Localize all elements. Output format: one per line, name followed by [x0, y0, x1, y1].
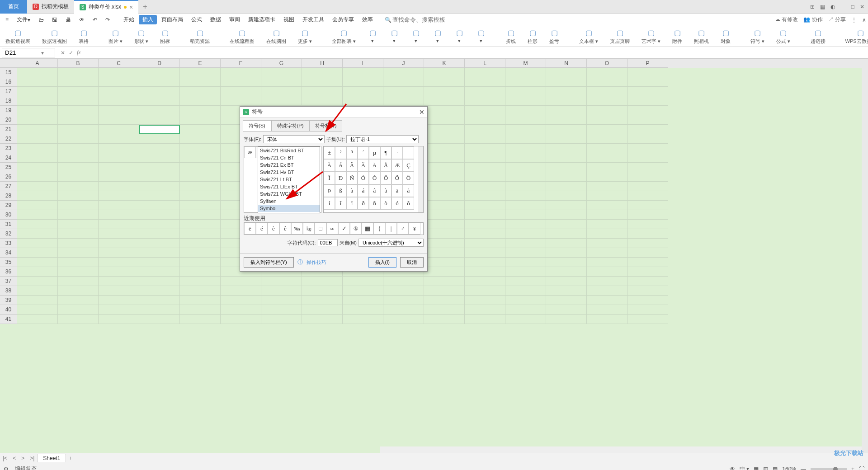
- row-header[interactable]: 17: [0, 87, 17, 96]
- cell[interactable]: [99, 191, 139, 201]
- view-page-icon[interactable]: ▥: [763, 466, 768, 470]
- symbol-cell[interactable]: ´: [358, 146, 369, 159]
- cell[interactable]: [587, 125, 627, 134]
- cell[interactable]: [627, 239, 668, 248]
- symbol-cell[interactable]: ß: [335, 184, 346, 197]
- symbol-cell[interactable]: Ð: [335, 172, 346, 184]
- fx-icon[interactable]: fx: [77, 49, 81, 56]
- symbol-cell[interactable]: ò: [380, 197, 392, 210]
- cell[interactable]: [587, 220, 627, 229]
- toolbar-flowchart-icon[interactable]: ▢在线流程图: [227, 27, 257, 45]
- cell[interactable]: [505, 115, 546, 125]
- font-list-item[interactable]: Swis721 LtEx BT: [258, 183, 320, 190]
- symbol-cell[interactable]: ä: [392, 184, 403, 197]
- cell[interactable]: [99, 153, 139, 163]
- cell[interactable]: [58, 210, 99, 220]
- cell[interactable]: [17, 191, 58, 201]
- menu-formula[interactable]: 公式: [188, 15, 206, 24]
- cell[interactable]: [627, 210, 668, 220]
- cell[interactable]: [505, 144, 546, 153]
- cell[interactable]: [221, 286, 261, 296]
- cell[interactable]: [343, 68, 383, 77]
- cell[interactable]: [465, 286, 505, 296]
- toolbar-more-icon[interactable]: ▢更多 ▾: [295, 27, 315, 45]
- cell[interactable]: [99, 77, 139, 87]
- cell[interactable]: [99, 172, 139, 182]
- row-header[interactable]: 39: [0, 296, 17, 305]
- cell[interactable]: [180, 239, 221, 248]
- file-menu[interactable]: 文件 ▾: [13, 15, 34, 24]
- cell[interactable]: [505, 210, 546, 220]
- cell[interactable]: [302, 77, 343, 87]
- recent-symbol-cell[interactable]: ✓: [338, 223, 350, 235]
- cell[interactable]: [465, 77, 505, 87]
- sheet-tab-sheet1[interactable]: Sheet1: [37, 454, 66, 462]
- cell[interactable]: [587, 229, 627, 239]
- chevron-down-icon[interactable]: ▾: [41, 50, 44, 56]
- recent-symbol-cell[interactable]: ¥: [409, 223, 420, 235]
- cell[interactable]: [424, 182, 465, 191]
- cell[interactable]: [139, 267, 180, 277]
- toolbar-bar-chart-icon[interactable]: ▢ ▾: [365, 27, 380, 44]
- col-header[interactable]: H: [302, 59, 343, 68]
- cell[interactable]: [180, 153, 221, 163]
- add-sheet-button[interactable]: +: [66, 455, 75, 461]
- col-header[interactable]: N: [546, 59, 587, 68]
- cell[interactable]: [139, 182, 180, 191]
- menu-newtab[interactable]: 新建选项卡: [245, 15, 279, 24]
- cell[interactable]: [627, 201, 668, 210]
- hamburger-icon[interactable]: ≡: [2, 16, 12, 24]
- cell[interactable]: [139, 220, 180, 229]
- cell[interactable]: [424, 106, 465, 115]
- cell[interactable]: [546, 315, 587, 324]
- cell[interactable]: [424, 210, 465, 220]
- cell[interactable]: [383, 277, 424, 286]
- symbol-cell[interactable]: Ó: [369, 172, 380, 184]
- cell[interactable]: [139, 229, 180, 239]
- cell[interactable]: [627, 125, 668, 134]
- cell[interactable]: [180, 68, 221, 77]
- cell[interactable]: [17, 182, 58, 191]
- cell[interactable]: [221, 305, 261, 315]
- open-icon[interactable]: 🗁: [35, 16, 47, 24]
- cell[interactable]: [627, 277, 668, 286]
- cell[interactable]: [17, 96, 58, 106]
- cell[interactable]: [627, 229, 668, 239]
- cell[interactable]: [383, 96, 424, 106]
- cell[interactable]: [587, 315, 627, 324]
- cell[interactable]: [58, 286, 99, 296]
- cell[interactable]: [58, 96, 99, 106]
- cell[interactable]: [383, 286, 424, 296]
- toolbar-shapes-icon[interactable]: ▢形状 ▾: [132, 27, 151, 45]
- row-header[interactable]: 37: [0, 277, 17, 286]
- symbol-cell[interactable]: ó: [392, 197, 403, 210]
- font-list-item[interactable]: Swis721 Ex BT: [258, 161, 320, 169]
- col-header[interactable]: E: [180, 59, 221, 68]
- cell[interactable]: [58, 305, 99, 315]
- cell[interactable]: [505, 106, 546, 115]
- cell[interactable]: [587, 77, 627, 87]
- cell[interactable]: [627, 115, 668, 125]
- cell[interactable]: [505, 248, 546, 258]
- cell[interactable]: [465, 305, 505, 315]
- from-select[interactable]: Unicode(十六进制): [359, 239, 424, 247]
- symbol-cell[interactable]: â: [369, 184, 380, 197]
- cell[interactable]: [465, 220, 505, 229]
- col-header[interactable]: D: [139, 59, 180, 68]
- cell[interactable]: [546, 220, 587, 229]
- row-header[interactable]: 18: [0, 96, 17, 106]
- cell[interactable]: [139, 258, 180, 267]
- cell[interactable]: [139, 172, 180, 182]
- cell[interactable]: [221, 296, 261, 305]
- cell[interactable]: [505, 267, 546, 277]
- symbol-cell[interactable]: µ: [369, 146, 380, 159]
- cell[interactable]: [627, 77, 668, 87]
- cell[interactable]: [546, 106, 587, 115]
- cell[interactable]: [17, 77, 58, 87]
- cell[interactable]: [424, 315, 465, 324]
- zoom-out-icon[interactable]: —: [801, 466, 806, 470]
- cell[interactable]: [627, 144, 668, 153]
- toolbar-icons-icon[interactable]: ▢图标: [157, 27, 173, 45]
- cell[interactable]: [424, 144, 465, 153]
- cell[interactable]: [17, 267, 58, 277]
